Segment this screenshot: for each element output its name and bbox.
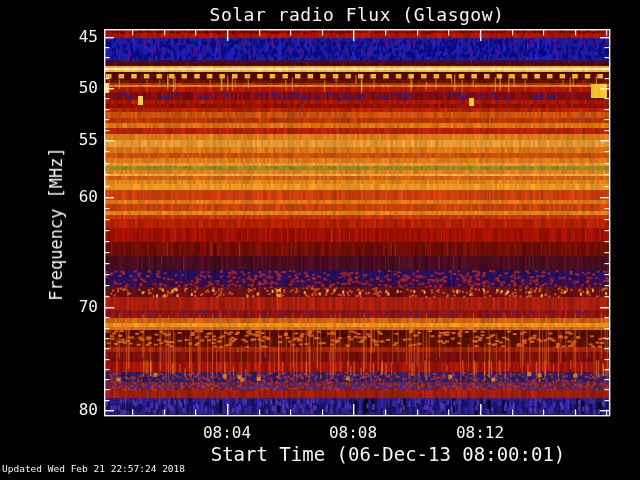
chart-title: Solar radio Flux (Glasgow) [105, 4, 609, 25]
y-axis-label: Frequency [MHz] [46, 147, 66, 301]
y-tick-label: 50 [56, 78, 98, 97]
x-tick-label: 08:12 [438, 423, 522, 442]
update-timestamp: Updated Wed Feb 21 22:57:24 2018 [2, 463, 185, 474]
x-axis-label: Start Time (06-Dec-13 08:00:01) [138, 443, 638, 465]
x-tick-label: 08:04 [185, 423, 269, 442]
x-tick-label: 08:08 [311, 423, 395, 442]
y-tick-label: 45 [56, 27, 98, 46]
radio-flux-spectrogram-page: Solar radio Flux (Glasgow) Frequency [MH… [0, 0, 640, 480]
y-tick-label: 70 [56, 297, 98, 316]
y-tick-label: 55 [56, 130, 98, 149]
y-tick-label: 60 [56, 187, 98, 206]
y-tick-label: 80 [56, 400, 98, 419]
